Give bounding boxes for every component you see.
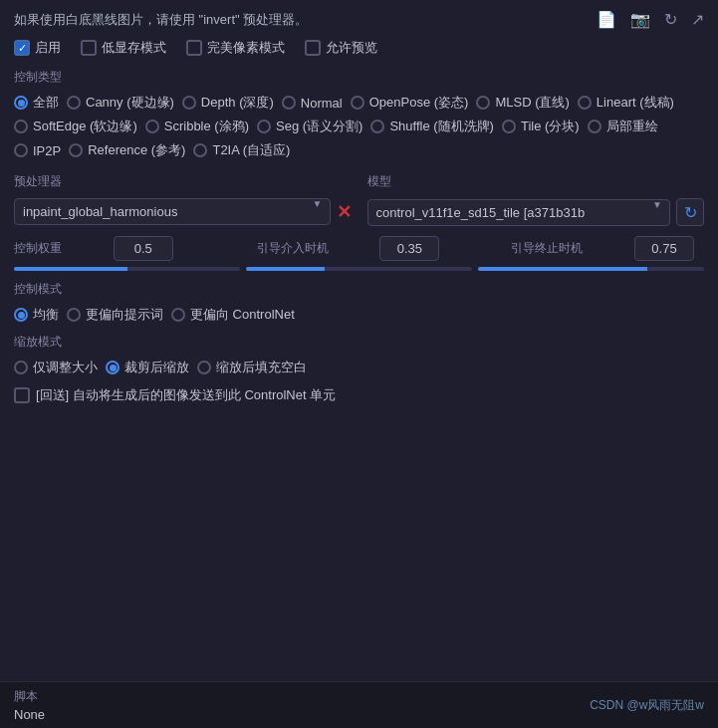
footer-section: 脚本 None CSDN @w风雨无阻w bbox=[0, 681, 718, 728]
guidance-end-input[interactable] bbox=[634, 236, 694, 261]
radio-t2ia-circle bbox=[193, 143, 207, 157]
control-type-label: 控制类型 bbox=[14, 69, 704, 86]
radio-inpaint-circle bbox=[588, 120, 601, 133]
resize-mode-section: 缩放模式 仅调整大小 裁剪后缩放 缩放后填充空白 bbox=[14, 334, 704, 376]
radio-just-resize[interactable]: 仅调整大小 bbox=[14, 359, 98, 376]
sliders-row bbox=[14, 267, 704, 271]
radio-mlsd-label: MLSD (直线) bbox=[495, 94, 569, 112]
control-weight-input[interactable] bbox=[114, 236, 173, 261]
radio-crop-resize-label: 裁剪后缩放 bbox=[124, 359, 189, 376]
radio-balanced[interactable]: 均衡 bbox=[14, 306, 59, 324]
radio-depth-circle bbox=[182, 96, 196, 110]
radio-ip2p[interactable]: IP2P bbox=[14, 141, 61, 159]
radio-all-circle bbox=[14, 96, 28, 110]
radio-shuffle-label: Shuffle (随机洗牌) bbox=[389, 118, 494, 135]
radio-openpose-label: OpenPose (姿态) bbox=[369, 94, 469, 112]
guidance-start-input[interactable] bbox=[379, 236, 439, 261]
allow-preview-label: 允许预览 bbox=[326, 39, 377, 57]
arrow-icon[interactable]: ↗ bbox=[691, 10, 704, 29]
guidance-start-label: 引导介入时机 bbox=[257, 240, 374, 257]
radio-lineart[interactable]: Lineart (线稿) bbox=[578, 94, 674, 112]
end-slider[interactable] bbox=[478, 267, 704, 271]
radio-softedge[interactable]: SoftEdge (软边缘) bbox=[14, 118, 137, 135]
model-select[interactable]: control_v11f1e_sd15_tile [a371b31b bbox=[367, 199, 671, 226]
file-icon[interactable]: 📄 bbox=[597, 10, 616, 29]
checkbox-row: 启用 低显存模式 完美像素模式 允许预览 bbox=[14, 39, 704, 57]
control-mode-section: 控制模式 均衡 更偏向提示词 更偏向 ControlNet bbox=[14, 281, 704, 324]
radio-canny[interactable]: Canny (硬边缘) bbox=[67, 94, 174, 112]
low-memory-checkbox[interactable]: 低显存模式 bbox=[81, 39, 166, 57]
radio-ip2p-label: IP2P bbox=[33, 143, 61, 158]
preprocessor-col: 预处理器 inpaint_global_harmonious ▼ ✕ bbox=[14, 169, 352, 226]
radio-t2ia-label: T2IA (自适应) bbox=[212, 141, 290, 159]
radio-all[interactable]: 全部 bbox=[14, 94, 59, 112]
control-mode-label: 控制模式 bbox=[14, 281, 704, 298]
radio-prompt[interactable]: 更偏向提示词 bbox=[67, 306, 163, 324]
radio-openpose-circle bbox=[351, 96, 364, 110]
resize-mode-label: 缩放模式 bbox=[14, 334, 704, 351]
radio-tile-circle bbox=[502, 120, 516, 133]
radio-normal[interactable]: Normal bbox=[282, 94, 343, 112]
enable-label: 启用 bbox=[35, 39, 61, 57]
radio-seg[interactable]: Seg (语义分割) bbox=[257, 118, 362, 135]
enable-checkbox[interactable]: 启用 bbox=[14, 39, 61, 57]
preprocessor-model-row: 预处理器 inpaint_global_harmonious ▼ ✕ 模型 co… bbox=[14, 169, 704, 226]
radio-normal-label: Normal bbox=[301, 96, 343, 111]
radio-fill-resize[interactable]: 缩放后填充空白 bbox=[197, 359, 307, 376]
radio-crop-resize[interactable]: 裁剪后缩放 bbox=[106, 359, 189, 376]
radio-fill-resize-label: 缩放后填充空白 bbox=[216, 359, 307, 376]
radio-balanced-label: 均衡 bbox=[33, 306, 59, 324]
camera-icon[interactable]: 📷 bbox=[630, 10, 650, 29]
radio-controlnet-circle bbox=[171, 308, 185, 322]
radio-tile[interactable]: Tile (分块) bbox=[502, 118, 580, 135]
radio-tile-label: Tile (分块) bbox=[521, 118, 580, 135]
model-label: 模型 bbox=[367, 173, 705, 190]
feedback-label: [回送] 自动将生成后的图像发送到此 ControlNet 单元 bbox=[36, 386, 336, 404]
radio-shuffle[interactable]: Shuffle (随机洗牌) bbox=[370, 118, 494, 135]
start-slider[interactable] bbox=[246, 267, 472, 271]
feedback-checkbox-box bbox=[14, 387, 30, 403]
weight-slider[interactable] bbox=[14, 267, 240, 271]
main-container: 如果使用白底黑线图片，请使用 "invert" 预处理器。 📄 📷 ↻ ↗ 启用… bbox=[0, 0, 718, 728]
guidance-end-label: 引导终止时机 bbox=[511, 240, 628, 257]
radio-reference[interactable]: Reference (参考) bbox=[69, 141, 185, 159]
preprocessor-label: 预处理器 bbox=[14, 173, 352, 190]
radio-controlnet[interactable]: 更偏向 ControlNet bbox=[171, 306, 295, 324]
radio-balanced-circle bbox=[14, 308, 28, 322]
preprocessor-select[interactable]: inpaint_global_harmonious bbox=[14, 198, 331, 225]
radio-prompt-circle bbox=[67, 308, 81, 322]
notice-bar: 如果使用白底黑线图片，请使用 "invert" 预处理器。 📄 📷 ↻ ↗ bbox=[14, 10, 704, 29]
radio-just-resize-circle bbox=[14, 361, 28, 374]
radio-lineart-label: Lineart (线稿) bbox=[597, 94, 674, 112]
radio-reference-circle bbox=[69, 143, 83, 157]
radio-t2ia[interactable]: T2IA (自适应) bbox=[193, 141, 290, 159]
radio-depth[interactable]: Depth (深度) bbox=[182, 94, 274, 112]
footer-section-label: 脚本 bbox=[14, 688, 45, 705]
preprocessor-clear-button[interactable]: ✕ bbox=[337, 201, 352, 223]
radio-openpose[interactable]: OpenPose (姿态) bbox=[351, 94, 469, 112]
radio-shuffle-circle bbox=[370, 120, 384, 133]
model-refresh-button[interactable]: ↻ bbox=[676, 198, 704, 226]
low-memory-label: 低显存模式 bbox=[102, 39, 166, 57]
radio-inpaint-label: 局部重绘 bbox=[606, 118, 658, 135]
radio-scribble[interactable]: Scribble (涂鸦) bbox=[145, 118, 249, 135]
allow-preview-checkbox[interactable]: 允许预览 bbox=[305, 39, 377, 57]
perfect-pixel-checkbox[interactable]: 完美像素模式 bbox=[186, 39, 285, 57]
control-weight-label: 控制权重 bbox=[14, 240, 108, 257]
radio-just-resize-label: 仅调整大小 bbox=[33, 359, 98, 376]
perfect-pixel-checkbox-box bbox=[186, 40, 202, 56]
radio-inpaint[interactable]: 局部重绘 bbox=[588, 118, 658, 135]
enable-checkbox-box bbox=[14, 40, 30, 56]
rotate-icon[interactable]: ↻ bbox=[664, 10, 677, 29]
footer-row: 脚本 None CSDN @w风雨无阻w bbox=[14, 688, 704, 722]
low-memory-checkbox-box bbox=[81, 40, 97, 56]
feedback-check[interactable]: [回送] 自动将生成后的图像发送到此 ControlNet 单元 bbox=[14, 386, 704, 404]
footer-value: None bbox=[14, 707, 45, 722]
footer-left: 脚本 None bbox=[14, 688, 45, 722]
resize-mode-grid: 仅调整大小 裁剪后缩放 缩放后填充空白 bbox=[14, 359, 704, 376]
radio-mlsd[interactable]: MLSD (直线) bbox=[476, 94, 569, 112]
notice-text: 如果使用白底黑线图片，请使用 "invert" 预处理器。 bbox=[14, 11, 597, 29]
radio-seg-label: Seg (语义分割) bbox=[276, 118, 362, 135]
radio-depth-label: Depth (深度) bbox=[201, 94, 274, 112]
preprocessor-dropdown-wrap: inpaint_global_harmonious ▼ ✕ bbox=[14, 198, 352, 225]
